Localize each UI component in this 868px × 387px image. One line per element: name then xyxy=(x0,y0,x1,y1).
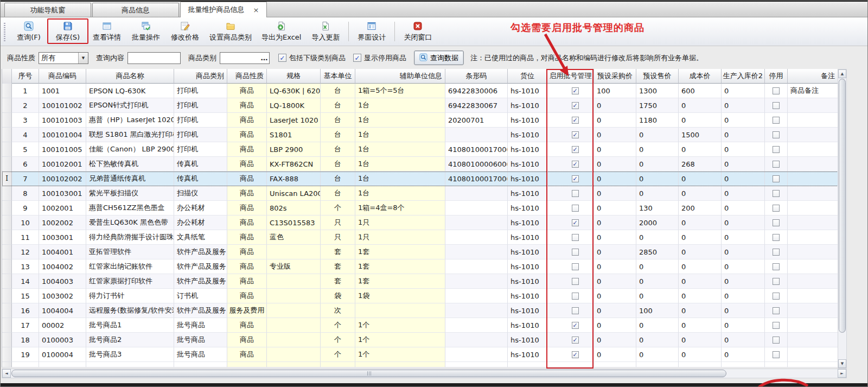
cell-spec[interactable]: 专业版 xyxy=(267,259,321,274)
row-indicator[interactable] xyxy=(2,98,12,113)
cell-cost[interactable]: 0 xyxy=(679,347,722,362)
cell-cost[interactable]: 0 xyxy=(679,172,722,186)
cell-barcode[interactable] xyxy=(445,289,508,303)
disable-checkbox[interactable] xyxy=(773,307,780,314)
row-indicator[interactable] xyxy=(2,84,12,98)
cell-name[interactable]: 远程服务(数据修复/软件安装) xyxy=(86,303,174,318)
cell-disabled[interactable] xyxy=(765,128,788,142)
cell-cost[interactable]: 0 xyxy=(679,333,722,347)
cell-code[interactable]: 1002001 xyxy=(39,201,86,215)
cell-aux[interactable]: 1袋 xyxy=(355,289,445,303)
cell-note[interactable] xyxy=(788,128,838,142)
show-disabled-checkbox[interactable]: ✓ xyxy=(353,54,361,62)
cell-unit[interactable]: 台 xyxy=(321,157,355,172)
cell-batch[interactable] xyxy=(547,259,594,274)
disable-checkbox[interactable] xyxy=(773,337,780,344)
query-data-button[interactable]: 查询数据 xyxy=(414,50,464,65)
cell-category[interactable]: 软件产品及服务 xyxy=(174,274,227,289)
column-header-code[interactable]: 商品编码 xyxy=(39,69,86,84)
enable-batch-checkbox[interactable] xyxy=(572,278,579,285)
table-row[interactable]: 6100102001松下热敏传真机传真机商品KX-FT862CN台1台41080… xyxy=(2,157,838,172)
table-row[interactable]: 131004002红管家出纳记账软件软件产品及服务商品专业版套1套hs-1010… xyxy=(2,259,838,274)
cell-cost[interactable]: 0 xyxy=(679,113,722,128)
cell-disabled[interactable] xyxy=(765,259,788,274)
cell-aux[interactable]: 1台 xyxy=(355,128,445,142)
cell-aux[interactable]: 1个 xyxy=(355,347,445,362)
cell-spec[interactable] xyxy=(267,245,321,259)
cell-aux[interactable]: 1套 xyxy=(355,259,445,274)
disable-checkbox[interactable] xyxy=(773,205,780,212)
cell-purchase[interactable]: 0 xyxy=(594,245,636,259)
cell-spec[interactable]: KX-FT862CN xyxy=(267,157,321,172)
cell-num[interactable]: 19 xyxy=(12,347,39,362)
cell-category[interactable]: 打印机 xyxy=(174,98,227,113)
cell-sale[interactable]: 0 xyxy=(636,186,679,201)
cell-sale[interactable]: 0 xyxy=(636,333,679,347)
cell-purchase[interactable]: 0 xyxy=(594,230,636,245)
cell-barcode[interactable] xyxy=(445,303,508,318)
cell-unit[interactable]: 只 xyxy=(321,215,355,230)
row-indicator[interactable] xyxy=(2,289,12,303)
cell-aux[interactable]: 1箱=5个=5台 xyxy=(355,84,445,98)
cell-code[interactable]: 1003002 xyxy=(39,289,86,303)
dropdown-arrow-icon[interactable]: ▼ xyxy=(78,53,88,64)
table-row[interactable]: 3100101003惠普（HP）LaserJet 1020/打印机商品Laser… xyxy=(2,113,838,128)
cell-sale[interactable]: 0 xyxy=(636,172,679,186)
row-indicator[interactable] xyxy=(2,318,12,333)
toolbar-grip-handle[interactable] xyxy=(4,23,5,41)
cell-barcode[interactable]: 410801000060001 xyxy=(445,157,508,172)
cell-barcode[interactable] xyxy=(445,347,508,362)
cell-spec[interactable] xyxy=(267,303,321,318)
cell-purchase[interactable]: 0 xyxy=(594,333,636,347)
cell-num[interactable]: 16 xyxy=(12,303,39,318)
cell-num[interactable]: 8 xyxy=(12,186,39,201)
cell-sale[interactable]: 100 xyxy=(636,303,679,318)
cell-name[interactable]: 爱普生LQ630K 黑色色带 xyxy=(86,215,174,230)
row-indicator[interactable] xyxy=(2,245,12,259)
enable-batch-checkbox[interactable]: ✓ xyxy=(572,146,579,153)
cell-location[interactable]: hs-1010 xyxy=(508,128,547,142)
cell-spec[interactable]: LaserJet 1020 xyxy=(267,113,321,128)
cell-barcode[interactable] xyxy=(445,128,508,142)
cell-prod[interactable]: 0 xyxy=(722,84,765,98)
cell-name[interactable]: 佳能（Canon） LBP 2900+ 黑 xyxy=(86,142,174,157)
column-header-category[interactable]: 商品类别 xyxy=(174,69,227,84)
table-row[interactable]: 1700002批号商品1批号商品商品个1个hs-1010✓0000 xyxy=(2,318,838,333)
column-header-location[interactable]: 货位 xyxy=(508,69,547,84)
cell-sale[interactable]: 2000 xyxy=(636,215,679,230)
cell-purchase[interactable]: 0 xyxy=(594,347,636,362)
category-browse-icon[interactable]: … xyxy=(260,54,269,62)
cell-unit[interactable]: 套 xyxy=(321,274,355,289)
enable-batch-checkbox[interactable] xyxy=(572,205,579,212)
cell-name[interactable]: 批号商品2 xyxy=(86,333,174,347)
cell-prod[interactable]: 0 xyxy=(722,303,765,318)
search-input[interactable] xyxy=(127,52,181,64)
cell-category[interactable]: 软件产品及服务 xyxy=(174,245,227,259)
enable-batch-checkbox[interactable] xyxy=(572,190,579,197)
disable-checkbox[interactable] xyxy=(773,219,780,226)
cell-cost[interactable]: 600 xyxy=(679,84,722,98)
cell-aux[interactable]: 1台 xyxy=(355,113,445,128)
disable-checkbox[interactable] xyxy=(773,293,780,300)
save-button[interactable]: 保存(S) xyxy=(48,18,87,45)
cell-spec[interactable]: FAX-888 xyxy=(267,172,321,186)
enable-batch-checkbox[interactable]: ✓ xyxy=(572,351,579,358)
cell-prod[interactable]: 0 xyxy=(722,215,765,230)
category-field[interactable]: … xyxy=(220,52,270,64)
cell-note[interactable] xyxy=(788,303,838,318)
cell-location[interactable]: hs-1010 xyxy=(508,98,547,113)
cell-prod[interactable]: 0 xyxy=(722,259,765,274)
cell-note[interactable] xyxy=(788,172,838,186)
cell-sale[interactable]: 130 xyxy=(636,201,679,215)
cell-purchase[interactable]: 100 xyxy=(594,84,636,98)
cell-sale[interactable]: 1750 xyxy=(636,98,679,113)
table-row[interactable]: 190100004批号商品3批号商品商品个1个hs-1010✓0000 xyxy=(2,347,838,362)
cell-code[interactable]: 1004003 xyxy=(39,274,86,289)
cell-note[interactable] xyxy=(788,333,838,347)
cell-category[interactable]: 打印机 xyxy=(174,113,227,128)
cell-spec[interactable]: C13S015583 xyxy=(267,215,321,230)
enable-batch-checkbox[interactable]: ✓ xyxy=(572,102,579,109)
cell-batch[interactable]: ✓ xyxy=(547,318,594,333)
cell-purchase[interactable]: 0 xyxy=(594,157,636,172)
cell-category[interactable]: 订书机 xyxy=(174,289,227,303)
